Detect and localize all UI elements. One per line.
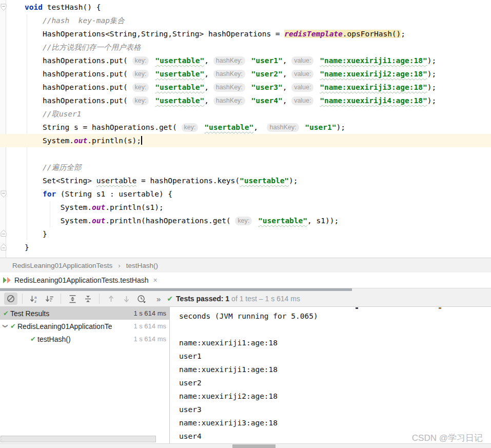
sort-by-duration-button[interactable] [43,293,56,305]
breadcrumb-class[interactable]: RedisLeaning01ApplicationTests [12,262,112,269]
code-line[interactable]: System.out.println(s); [0,134,491,147]
console-line: user2 [179,376,491,389]
code-line[interactable]: for (String s1 : usertable) { [0,187,491,201]
code-token: out [92,203,105,211]
code-token: "name:xuexiriji3:age:18" [320,83,427,91]
code-line[interactable]: Set<String> usertable = hashOperations.k… [0,174,491,187]
code-line[interactable]: hashOperations.put( key: "usertable", ha… [0,54,491,67]
collapse-all-icon [84,295,92,303]
code-token: .opsForHash() [343,30,401,38]
code-token: "name:xuexiriji4:age:18" [320,96,427,105]
close-tab-icon[interactable]: × [153,276,158,284]
test-status: ✔ Tests passed: 1 of 1 test – 1 s 614 ms [167,295,300,303]
code-token: , [204,70,213,78]
console-line: user1 [179,349,491,363]
code-token: ); [289,177,298,185]
code-token: HashOperations<String,String,String> has… [25,30,284,38]
code-token: "user3" [251,83,283,91]
fold-marker-end-icon[interactable] [1,229,7,237]
console-line: name:xuexiriji2:age:18 [179,389,491,403]
code-line[interactable]: hashOperations.put( key: "usertable", ha… [0,94,491,107]
test-toolbar: a z [0,288,491,307]
code-token [150,56,155,65]
code-token: //比方说我们存一个用户表格 [43,43,141,51]
next-occurrence-button[interactable] [120,293,133,305]
code-line[interactable]: HashOperations<String,String,String> has… [0,27,491,41]
code-token: } [25,243,29,251]
tree-horizontal-scrollbar[interactable] [1,436,156,442]
console-line: name:xuexiriji1:age:18 [179,363,491,376]
code-line[interactable]: System.out.println(s1); [0,201,491,214]
code-token: redisTemplate [284,30,343,38]
fold-marker-expanded-icon[interactable] [1,4,7,11]
code-token: ; [401,30,405,38]
code-line[interactable]: void testHash() { [0,1,491,14]
code-token [301,123,305,131]
code-line[interactable]: hashOperations.put( key: "usertable", ha… [0,67,491,81]
more-actions-icon[interactable]: » [156,295,161,303]
tests-passed-text: Tests passed: 1 [176,295,229,303]
code-token: "usertable" [155,56,204,65]
code-line[interactable]: //取user1 [0,107,491,121]
code-token [315,70,320,78]
tree-row-test-method[interactable]: ✔ testHash() 1 s 614 ms [0,333,169,345]
code-token [150,83,155,91]
sort-alphabetically-button[interactable]: a z [27,293,41,305]
code-line[interactable]: System.out.println(hashOperations.get( k… [0,214,491,227]
chevron-down-icon[interactable]: ❯ [3,323,8,330]
code-line[interactable]: //比方说我们存一个用户表格 [0,41,491,54]
parameter-hint: hashKey: [267,123,299,132]
code-token [25,110,43,118]
code-token: "user1" [251,56,283,65]
no-entry-icon [7,295,15,303]
tree-row-test-class[interactable]: ❯ ✔ RedisLeaning01ApplicationTe 1 s 614 … [0,320,169,333]
toolbar-separator [22,294,23,304]
code-token [247,70,251,78]
code-token: testHash() { [43,3,101,11]
toolbar-separator [61,294,61,304]
console-line: user3 [179,403,491,416]
code-line[interactable]: hashOperations.put( key: "usertable", ha… [0,81,491,94]
collapse-all-button[interactable] [81,293,94,305]
code-token [150,70,155,78]
hide-passed-button[interactable] [4,293,17,305]
code-line[interactable]: //hash key-map集合 [0,14,491,27]
panel-splitter[interactable] [0,288,352,291]
code-token [25,190,43,198]
parameter-hint: value: [291,83,313,92]
code-token: ); [427,56,436,65]
code-line[interactable]: } [0,241,491,254]
code-token: , [283,56,291,65]
code-line[interactable] [0,147,491,161]
fold-marker-end-icon[interactable] [1,243,7,251]
code-line[interactable]: //遍历全部 [0,161,491,174]
code-editor[interactable]: void testHash() { //hash key-map集合 HashO… [0,0,491,258]
scrollbar-thumb[interactable] [232,444,276,448]
code-token: .println(s); [87,137,141,145]
fold-marker-expanded-icon[interactable] [1,190,7,198]
tree-row-duration: 1 s 614 ms [133,309,169,317]
previous-occurrence-button[interactable] [104,293,117,305]
code-token [247,83,251,91]
arrow-down-icon [122,295,131,303]
tree-row-duration: 1 s 614 ms [133,335,169,343]
code-line[interactable]: String s = hashOperations.get( key: "use… [0,121,491,134]
code-token [315,83,320,91]
console-output[interactable]: seconds (JVM running for 5.065)name:xuex… [170,307,491,443]
code-token: "user1" [305,123,336,131]
expand-all-button[interactable] [66,293,79,305]
tab-label: RedisLeaning01ApplicationTests.testHash [14,276,149,284]
console-horizontal-scrollbar [0,443,491,448]
code-token: String s = hashOperations.get( [25,123,182,131]
test-history-button[interactable] [135,293,148,305]
code-token: "name:xuexiriji2:age:18" [320,70,427,78]
code-token: = hashOperations.keys( [136,177,240,185]
tests-passed-detail: of 1 test – 1 s 614 ms [231,295,300,303]
code-line[interactable]: } [0,227,491,241]
tree-row-label: Test Results [10,309,49,318]
tab-test-run[interactable]: RedisLeaning01ApplicationTests.testHash … [0,272,163,288]
tree-row-test-results[interactable]: ✔ Test Results 1 s 614 ms [0,307,169,320]
svg-text:z: z [34,299,36,303]
breadcrumb-method[interactable]: testHash() [126,262,158,269]
code-token [25,43,43,51]
